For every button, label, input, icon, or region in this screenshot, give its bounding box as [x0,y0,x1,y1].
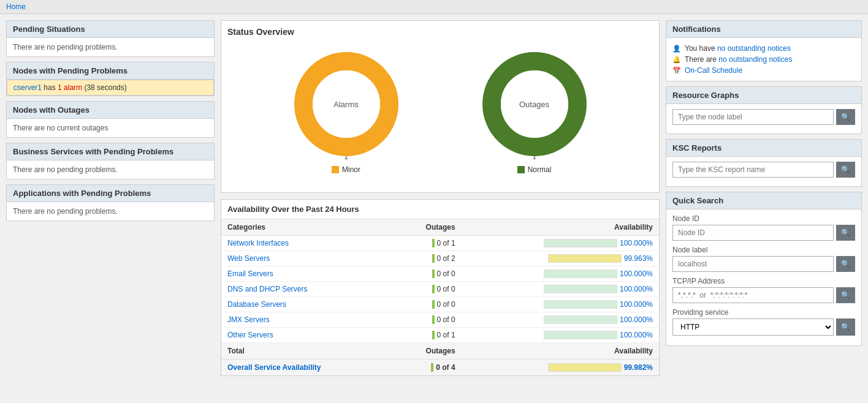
resource-graphs-search-btn[interactable]: 🔍 [836,109,855,125]
overall-row: Overall Service Availability 0 of 4 [221,360,659,376]
node-label-search-btn[interactable]: 🔍 [836,256,855,272]
category-link[interactable]: JMX Servers [227,315,270,324]
overall-availability-bar: 99.982% [462,360,659,376]
left-panel: Pending Situations There are no pending … [6,20,215,376]
node-label-row: 🔍 [672,256,855,272]
col-availability: Availability [462,219,659,236]
right-panel: Notifications You have no outstanding no… [666,20,862,376]
quick-search-header: Quick Search [666,192,861,209]
overall-link[interactable]: Overall Service Availability [227,363,321,372]
total-label: Total [221,343,394,360]
row-availability: 100.000% [462,297,659,312]
availability-table: Categories Outages Availability Network … [221,219,659,375]
providing-service-label: Providing service [672,308,855,317]
cserver1-link[interactable]: cserver1 [13,83,42,92]
donut-container: Alarms 1 Minor [227,43,653,186]
providing-service-group: Providing service HTTP HTTPS FTP SSH SMT… [672,308,855,336]
row-category-name: DNS and DHCP Servers [221,282,394,297]
ksc-reports-header: KSC Reports [666,140,861,157]
alarms-donut-text: Alarms [333,100,358,109]
row-outages: 0 of 0 [394,266,462,282]
notifications-body: You have no outstanding notices There ar… [666,38,861,81]
outages-donut-wrapper: Outages [479,49,590,159]
outages-legend-box [517,166,525,173]
total-outages: Outages [394,343,462,360]
row-category-name: Web Servers [221,251,394,266]
tcp-ip-input[interactable] [672,287,834,303]
category-link[interactable]: Web Servers [227,254,270,263]
row-category-name: Network Interfaces [221,236,394,251]
node-label-group: Node label 🔍 [672,246,855,272]
node-label-label: Node label [672,246,855,254]
providing-service-search-btn[interactable]: 🔍 [836,318,855,336]
business-services-body: There are no pending problems. [7,160,214,179]
alarm-row: cserver1 has 1 alarm (38 seconds) [7,80,214,96]
category-link[interactable]: DNS and DHCP Servers [227,285,308,293]
node-id-label: Node ID [672,214,855,223]
availability-total-row: Total Outages Availability [221,343,659,360]
row-availability: 100.000% [462,312,659,328]
alarms-legend-box [332,166,339,173]
availability-title: Availability Over the Past 24 Hours [221,200,659,219]
alarm-duration: (38 seconds) [84,83,126,92]
node-label-input[interactable] [672,256,834,272]
tcp-ip-search-btn[interactable]: 🔍 [836,287,855,303]
node-id-row: 🔍 [672,225,855,241]
providing-service-select[interactable]: HTTP HTTPS FTP SSH SMTP SNMP [672,318,834,336]
alarms-legend: Minor [332,165,360,174]
notifications-section: Notifications You have no outstanding no… [666,20,862,81]
outages-legend: Normal [517,165,552,174]
bell-icon [672,55,681,64]
nodes-outages-body: There are no current outages [7,119,214,137]
breadcrumb: Home [0,0,868,14]
alarm-count: 1 alarm [58,83,82,92]
business-services-header: Business Services with Pending Problems [7,143,214,160]
notif-text-1: You have no outstanding notices [685,44,791,53]
row-availability: 99.963% [462,251,659,266]
alarms-legend-label: Minor [342,165,360,174]
node-id-search-btn[interactable]: 🔍 [836,225,855,241]
row-outages: 0 of 0 [394,282,462,297]
alarms-donut-wrapper: Alarms [291,49,402,159]
outstanding-notices-link-2[interactable]: no outstanding notices [718,55,792,64]
row-category-name: JMX Servers [221,312,394,328]
pending-situations-body: There are no pending problems. [7,38,214,56]
category-link[interactable]: Other Servers [227,331,273,339]
center-panel: Status Overview Alarms 1 [221,20,660,376]
ksc-reports-body: 🔍 [666,157,861,186]
outages-donut-text: Outages [519,100,549,109]
outstanding-notices-link-1[interactable]: no outstanding notices [717,44,791,53]
category-link[interactable]: Network Interfaces [227,239,289,247]
nodes-outages-section: Nodes with Outages There are no current … [6,101,215,138]
node-id-input[interactable] [672,225,834,241]
ksc-reports-search-btn[interactable]: 🔍 [836,162,855,178]
table-row: Email Servers0 of 0100.000% [221,266,659,282]
outages-donut-item: Outages 1 Normal [479,49,590,174]
row-category-name: Other Servers [221,328,394,343]
home-link[interactable]: Home [6,2,26,11]
row-availability: 100.000% [462,282,659,297]
tcp-ip-row: 🔍 [672,287,855,303]
applications-header: Applications with Pending Problems [7,185,214,202]
calendar-icon [672,66,681,75]
row-outages: 0 of 1 [394,328,462,343]
col-outages: Outages [394,219,462,236]
providing-service-row: HTTP HTTPS FTP SSH SMTP SNMP 🔍 [672,318,855,336]
quick-search-section: Quick Search Node ID 🔍 Node label 🔍 [666,192,862,346]
outages-legend-label: Normal [528,165,552,174]
on-call-schedule-link[interactable]: On-Call Schedule [685,66,742,75]
ksc-reports-input[interactable] [672,162,834,178]
notification-row-2: There are no outstanding notices [672,54,855,65]
row-outages: 0 of 0 [394,312,462,328]
overall-label: Overall Service Availability [221,360,394,376]
nodes-pending-section: Nodes with Pending Problems cserver1 has… [6,62,215,96]
category-link[interactable]: Database Servers [227,300,286,309]
alarms-donut-label: Alarms [333,100,358,109]
notification-row-3: On-Call Schedule [672,65,855,76]
category-link[interactable]: Email Servers [227,269,273,278]
resource-graphs-input[interactable] [672,109,834,125]
resource-graphs-section: Resource Graphs 🔍 [666,86,862,134]
alarms-donut-item: Alarms 1 Minor [291,49,402,174]
nodes-outages-header: Nodes with Outages [7,102,214,119]
total-availability: Availability [462,343,659,360]
